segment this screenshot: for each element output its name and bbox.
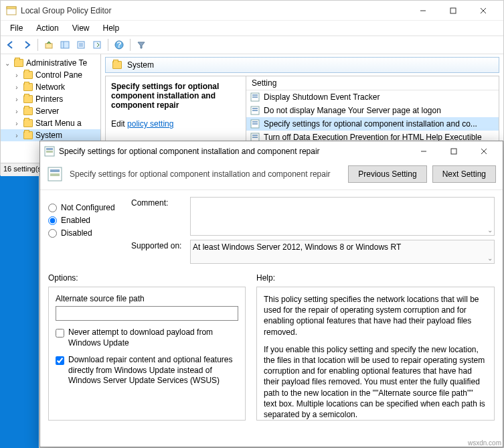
tree-item[interactable]: ›Server: [1, 105, 100, 117]
svg-rect-30: [46, 151, 53, 153]
policy-settings-dialog: Specify settings for optional component …: [39, 141, 503, 447]
folder-icon: [23, 107, 33, 115]
maximize-button[interactable]: [438, 1, 468, 20]
help-panel: This policy setting specifies the networ…: [256, 287, 495, 421]
desktop-background: [0, 175, 39, 448]
dialog-minimize-button[interactable]: [408, 142, 438, 161]
menu-file[interactable]: File: [5, 22, 28, 34]
expand-icon[interactable]: ›: [13, 72, 21, 79]
svg-text:?: ?: [116, 40, 121, 50]
svg-rect-6: [46, 44, 52, 48]
expand-icon[interactable]: ›: [13, 84, 21, 91]
folder-icon: [23, 131, 33, 139]
tree-item[interactable]: ›Printers: [1, 93, 100, 105]
close-button[interactable]: [468, 1, 498, 20]
folder-icon: [23, 83, 33, 91]
help-button[interactable]: ?: [112, 38, 127, 52]
svg-rect-32: [451, 149, 456, 154]
tree-item-selected[interactable]: ›System: [1, 129, 100, 141]
dialog-close-button[interactable]: [469, 142, 499, 161]
collapse-icon[interactable]: ⌄: [3, 60, 11, 67]
options-panel: Alternate source file path Never attempt…: [48, 287, 246, 421]
setting-row[interactable]: Do not display Manage Your Server page a…: [246, 104, 499, 117]
previous-setting-button[interactable]: Previous Setting: [348, 165, 426, 183]
edit-policy-link[interactable]: policy setting: [127, 119, 173, 129]
setting-row[interactable]: Display Shutdown Event Tracker: [246, 90, 499, 104]
policy-icon: [250, 106, 260, 115]
app-icon: [6, 5, 17, 16]
window-title: Local Group Policy Editor: [21, 6, 408, 15]
back-button[interactable]: [3, 38, 18, 52]
expand-icon[interactable]: ›: [13, 108, 21, 115]
policy-icon: [44, 146, 55, 157]
scroll-down-icon[interactable]: ⌄: [487, 254, 493, 262]
expand-icon[interactable]: ›: [13, 120, 21, 127]
expand-icon[interactable]: ›: [13, 132, 21, 139]
menubar: File Action View Help: [1, 21, 503, 35]
supported-on-label: Supported on:: [131, 240, 183, 264]
scroll-down-icon[interactable]: ⌄: [487, 226, 493, 234]
dialog-maximize-button[interactable]: [438, 142, 469, 161]
svg-rect-29: [46, 148, 53, 150]
svg-rect-17: [252, 94, 258, 96]
radio-enabled[interactable]: Enabled: [48, 216, 122, 225]
svg-rect-36: [50, 169, 60, 172]
show-hide-tree-button[interactable]: [58, 38, 72, 52]
location-bar: System: [105, 57, 499, 73]
forward-button[interactable]: [19, 38, 34, 52]
svg-rect-18: [252, 96, 258, 98]
next-setting-button[interactable]: Next Setting: [432, 165, 496, 183]
help-label: Help:: [256, 273, 275, 283]
svg-rect-23: [252, 121, 258, 123]
never-download-checkbox[interactable]: Never attempt to download payload from W…: [56, 327, 238, 348]
dialog-titlebar: Specify settings for optional component …: [40, 141, 503, 161]
policy-large-icon: [47, 166, 63, 182]
radio-not-configured[interactable]: Not Configured: [48, 203, 122, 212]
selected-setting-title: Specify settings for optional component …: [111, 82, 240, 110]
tree-item[interactable]: ›Control Pane: [1, 69, 100, 81]
folder-icon: [23, 71, 33, 79]
tree-item[interactable]: ›Network: [1, 81, 100, 93]
comment-textarea[interactable]: ⌄: [190, 197, 495, 236]
properties-button[interactable]: [74, 38, 88, 52]
radio-disabled[interactable]: Disabled: [48, 228, 122, 238]
setting-row-selected[interactable]: Specify settings for optional component …: [246, 117, 499, 131]
dialog-body: Not Configured Enabled Disabled Comment:…: [40, 190, 503, 427]
tree-root-label: Administrative Te: [26, 58, 87, 68]
folder-icon: [112, 61, 122, 69]
dialog-header: Specify settings for optional component …: [40, 161, 503, 190]
alt-source-input[interactable]: [56, 306, 238, 321]
minimize-button[interactable]: [408, 1, 438, 20]
supported-on-text: At least Windows Server 2012, Windows 8 …: [190, 240, 495, 264]
watermark: wsxdn.com: [468, 439, 501, 447]
settings-column-header[interactable]: Setting: [246, 76, 499, 90]
up-button[interactable]: [41, 38, 56, 52]
svg-rect-24: [252, 123, 258, 125]
tree-item[interactable]: ›Start Menu a: [1, 117, 100, 129]
policy-icon: [250, 92, 260, 102]
svg-rect-27: [252, 137, 258, 138]
policy-icon: [250, 119, 260, 129]
folder-icon: [23, 95, 33, 103]
filter-button[interactable]: [134, 38, 149, 52]
svg-rect-7: [61, 42, 69, 48]
svg-rect-26: [252, 135, 258, 136]
dialog-title: Specify settings for optional component …: [59, 147, 408, 156]
menu-view[interactable]: View: [67, 22, 95, 34]
alt-source-label: Alternate source file path: [56, 294, 238, 303]
export-button[interactable]: [90, 38, 104, 52]
state-radio-group: Not Configured Enabled Disabled: [48, 197, 122, 264]
menu-help[interactable]: Help: [98, 22, 125, 34]
svg-rect-20: [252, 108, 258, 109]
svg-rect-1: [7, 7, 16, 9]
titlebar: Local Group Policy Editor: [1, 1, 503, 21]
edit-link-row: Edit policy setting: [111, 119, 240, 129]
location-label: System: [127, 60, 154, 70]
dialog-header-text: Specify settings for optional component …: [70, 169, 341, 179]
tree-root[interactable]: ⌄ Administrative Te: [1, 57, 100, 69]
menu-action[interactable]: Action: [31, 22, 64, 34]
expand-icon[interactable]: ›: [13, 96, 21, 103]
folder-icon: [14, 59, 23, 67]
toolbar: ?: [1, 35, 503, 54]
download-repair-checkbox[interactable]: Download repair content and optional fea…: [56, 355, 238, 386]
